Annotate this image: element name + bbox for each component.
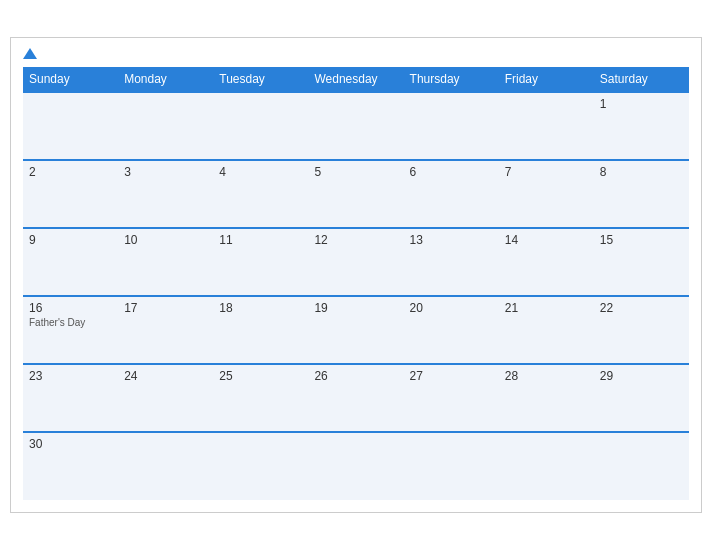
day-number: 21 bbox=[505, 301, 588, 315]
day-cell: 1 bbox=[594, 92, 689, 160]
day-cell: 3 bbox=[118, 160, 213, 228]
day-cell bbox=[404, 92, 499, 160]
weekday-header-tuesday: Tuesday bbox=[213, 67, 308, 92]
day-cell: 24 bbox=[118, 364, 213, 432]
day-number: 24 bbox=[124, 369, 207, 383]
day-cell: 21 bbox=[499, 296, 594, 364]
day-cell: 28 bbox=[499, 364, 594, 432]
day-event: Father's Day bbox=[29, 317, 112, 328]
day-cell: 20 bbox=[404, 296, 499, 364]
day-cell bbox=[594, 432, 689, 500]
day-number: 8 bbox=[600, 165, 683, 179]
day-number: 16 bbox=[29, 301, 112, 315]
day-number: 10 bbox=[124, 233, 207, 247]
day-cell bbox=[499, 92, 594, 160]
day-cell: 23 bbox=[23, 364, 118, 432]
day-number: 3 bbox=[124, 165, 207, 179]
day-number: 13 bbox=[410, 233, 493, 247]
day-cell bbox=[308, 432, 403, 500]
day-cell: 2 bbox=[23, 160, 118, 228]
weekday-header-friday: Friday bbox=[499, 67, 594, 92]
day-cell bbox=[499, 432, 594, 500]
day-cell: 22 bbox=[594, 296, 689, 364]
day-cell: 30 bbox=[23, 432, 118, 500]
day-number: 9 bbox=[29, 233, 112, 247]
day-cell: 10 bbox=[118, 228, 213, 296]
day-number: 19 bbox=[314, 301, 397, 315]
day-number: 15 bbox=[600, 233, 683, 247]
day-number: 28 bbox=[505, 369, 588, 383]
day-cell: 26 bbox=[308, 364, 403, 432]
day-cell: 29 bbox=[594, 364, 689, 432]
day-number: 2 bbox=[29, 165, 112, 179]
day-number: 22 bbox=[600, 301, 683, 315]
day-cell: 6 bbox=[404, 160, 499, 228]
day-number: 7 bbox=[505, 165, 588, 179]
day-cell bbox=[308, 92, 403, 160]
day-cell bbox=[213, 92, 308, 160]
weekday-header-saturday: Saturday bbox=[594, 67, 689, 92]
day-number: 6 bbox=[410, 165, 493, 179]
day-cell: 12 bbox=[308, 228, 403, 296]
day-number: 4 bbox=[219, 165, 302, 179]
day-cell: 13 bbox=[404, 228, 499, 296]
day-cell bbox=[213, 432, 308, 500]
day-number: 14 bbox=[505, 233, 588, 247]
day-number: 12 bbox=[314, 233, 397, 247]
logo-triangle-icon bbox=[23, 48, 37, 59]
day-number: 29 bbox=[600, 369, 683, 383]
day-cell bbox=[118, 432, 213, 500]
day-number: 18 bbox=[219, 301, 302, 315]
weekday-header-wednesday: Wednesday bbox=[308, 67, 403, 92]
calendar-header bbox=[23, 48, 689, 59]
weekday-header-monday: Monday bbox=[118, 67, 213, 92]
week-row-6: 30 bbox=[23, 432, 689, 500]
day-cell: 18 bbox=[213, 296, 308, 364]
week-row-4: 16Father's Day171819202122 bbox=[23, 296, 689, 364]
calendar: SundayMondayTuesdayWednesdayThursdayFrid… bbox=[10, 37, 702, 513]
week-row-5: 23242526272829 bbox=[23, 364, 689, 432]
day-cell: 15 bbox=[594, 228, 689, 296]
weekday-header-thursday: Thursday bbox=[404, 67, 499, 92]
day-number: 1 bbox=[600, 97, 683, 111]
day-cell: 4 bbox=[213, 160, 308, 228]
day-number: 25 bbox=[219, 369, 302, 383]
logo bbox=[23, 48, 39, 59]
day-cell bbox=[118, 92, 213, 160]
day-cell: 17 bbox=[118, 296, 213, 364]
weekday-header-sunday: Sunday bbox=[23, 67, 118, 92]
day-cell: 27 bbox=[404, 364, 499, 432]
day-number: 27 bbox=[410, 369, 493, 383]
day-cell bbox=[404, 432, 499, 500]
weekday-header-row: SundayMondayTuesdayWednesdayThursdayFrid… bbox=[23, 67, 689, 92]
day-number: 17 bbox=[124, 301, 207, 315]
day-number: 26 bbox=[314, 369, 397, 383]
calendar-grid: SundayMondayTuesdayWednesdayThursdayFrid… bbox=[23, 67, 689, 500]
day-cell: 25 bbox=[213, 364, 308, 432]
day-cell: 8 bbox=[594, 160, 689, 228]
day-number: 5 bbox=[314, 165, 397, 179]
day-cell: 14 bbox=[499, 228, 594, 296]
day-cell: 19 bbox=[308, 296, 403, 364]
day-number: 11 bbox=[219, 233, 302, 247]
day-cell: 7 bbox=[499, 160, 594, 228]
day-cell: 11 bbox=[213, 228, 308, 296]
week-row-2: 2345678 bbox=[23, 160, 689, 228]
week-row-3: 9101112131415 bbox=[23, 228, 689, 296]
day-cell: 16Father's Day bbox=[23, 296, 118, 364]
day-number: 23 bbox=[29, 369, 112, 383]
day-cell: 9 bbox=[23, 228, 118, 296]
day-number: 20 bbox=[410, 301, 493, 315]
day-cell: 5 bbox=[308, 160, 403, 228]
week-row-1: 1 bbox=[23, 92, 689, 160]
day-cell bbox=[23, 92, 118, 160]
day-number: 30 bbox=[29, 437, 112, 451]
